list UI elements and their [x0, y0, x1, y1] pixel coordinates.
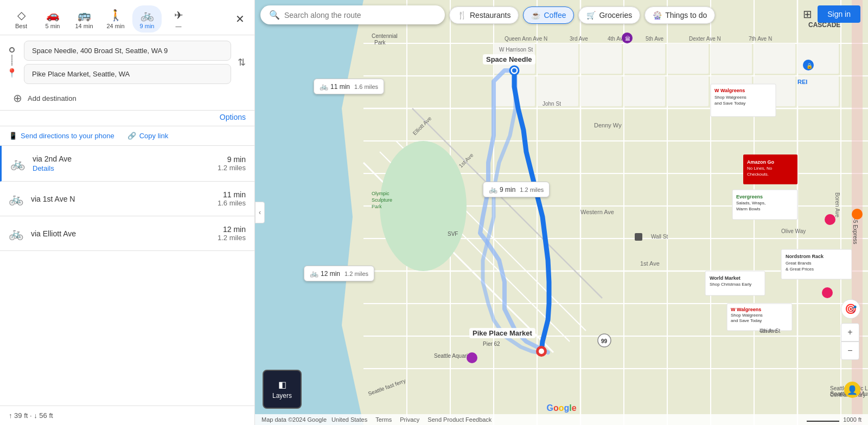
svg-text:🏛: 🏛 [625, 36, 630, 42]
svg-text:Park: Park [374, 40, 386, 46]
svg-rect-41 [667, 76, 709, 106]
route-via-3: via Elliott Ave [31, 229, 210, 238]
svg-text:I-5 Express: I-5 Express [852, 217, 858, 244]
privacy-link[interactable]: Privacy [400, 416, 419, 423]
map-right-controls: 🎯 + − [841, 299, 860, 360]
send-directions-button[interactable]: 📱 Send directions to your phone [9, 132, 114, 140]
route-label-bike-icon-1: 🚲 [489, 185, 497, 194]
svg-text:& Great Prices: & Great Prices [786, 267, 814, 272]
terms-link[interactable]: Terms [375, 416, 392, 423]
svg-text:Sculpture: Sculpture [372, 197, 392, 203]
search-bar[interactable]: 🔍 [260, 5, 445, 24]
transport-bike-label: 9 min [140, 23, 155, 29]
add-destination-label: Add destination [28, 94, 76, 102]
groceries-label: Groceries [599, 11, 632, 20]
svg-text:REI: REI [797, 79, 807, 85]
feedback-link[interactable]: Send Product Feedback [427, 416, 492, 423]
transport-car-label: 5 min [46, 23, 60, 29]
send-directions-icon: 📱 [9, 132, 17, 140]
pike-place-map-label: Pike Place Market [469, 328, 535, 338]
svg-text:Centennial: Centennial [372, 33, 398, 39]
my-location-button[interactable]: 🎯 [841, 299, 860, 319]
share-row: 📱 Send directions to your phone 🔗 Copy l… [0, 126, 254, 146]
svg-text:and Save Today: and Save Today [731, 318, 762, 323]
svg-rect-39 [580, 76, 622, 106]
search-along-route-input[interactable] [284, 11, 436, 20]
sign-in-button[interactable]: Sign in [818, 5, 860, 23]
flight-icon: ✈ [174, 9, 183, 22]
destination-input[interactable] [24, 64, 231, 84]
close-button[interactable]: ✕ [232, 9, 248, 29]
destination-pin-icon: 📍 [7, 68, 17, 78]
svg-rect-31 [580, 43, 622, 74]
map-area: Queen Ann Ave N 3rd Ave 4th Ave 5th Ave … [255, 0, 868, 425]
coffee-label: Coffee [544, 11, 566, 20]
svg-rect-40 [624, 76, 665, 106]
route-item-3[interactable]: 🚲 via Elliott Ave 12 min 1.2 miles [0, 216, 254, 251]
route-time-col-3: 12 min 1.2 miles [218, 225, 246, 242]
groceries-filter-button[interactable]: 🛒 Groceries [578, 7, 640, 24]
transport-flight[interactable]: ✈ — [164, 5, 193, 33]
bike-route-icon-1: 🚲 [10, 157, 25, 171]
restaurants-filter-button[interactable]: 🍴 Restaurants [449, 7, 519, 24]
map-top-right-controls: ⊞ Sign in [803, 5, 860, 23]
svg-text:Boren Ave: Boren Ave [834, 192, 840, 217]
route-label-12min[interactable]: 🚲 12 min 1.2 miles [304, 266, 374, 281]
space-needle-map-label: Space Needle [483, 54, 535, 65]
route-label-11min[interactable]: 🚲 11 min 1.6 miles [314, 79, 384, 94]
copy-link-button[interactable]: 🔗 Copy link [127, 132, 168, 140]
transport-bike[interactable]: 🚲 9 min [132, 5, 162, 33]
elevation-row: ↑ 39 ft · ↓ 56 ft [0, 405, 254, 425]
svg-text:99: 99 [601, 338, 608, 344]
options-button[interactable]: Options [220, 113, 246, 121]
svg-text:Wall St: Wall St [651, 234, 668, 240]
route-label-bike-icon-3: 🚲 [310, 269, 318, 278]
route-item-1[interactable]: 🚲 via 2nd Ave Details 9 min 1.2 miles [0, 146, 254, 182]
zoom-in-button[interactable]: + [841, 323, 859, 342]
svg-text:Park: Park [372, 204, 382, 209]
add-destination[interactable]: ⊕ Add destination [0, 89, 254, 110]
united-states-link[interactable]: United States [331, 416, 367, 423]
origin-dot [9, 47, 15, 53]
route-info-3: via Elliott Ave [31, 229, 210, 238]
transport-transit[interactable]: 🚌 14 min [69, 5, 99, 33]
route-time-3: 12 min [218, 225, 246, 234]
map-data-text: Map data ©2024 Google United States Term… [261, 416, 495, 423]
coffee-filter-button[interactable]: ☕ Coffee [523, 7, 574, 24]
svg-text:Pier 62: Pier 62 [483, 341, 500, 347]
transport-best[interactable]: ◇ Best [7, 5, 36, 33]
route-label-9min[interactable]: 🚲 9 min 1.2 miles [483, 182, 550, 197]
svg-text:Denny Wy: Denny Wy [594, 122, 622, 128]
route-item-2[interactable]: 🚲 via 1st Ave N 11 min 1.6 miles [0, 182, 254, 216]
collapse-panel-button[interactable]: ‹ [255, 202, 265, 223]
left-panel: ◇ Best 🚗 5 min 🚌 14 min 🚶 24 min 🚲 9 min… [0, 0, 255, 425]
zoom-out-button[interactable]: − [841, 342, 859, 360]
layers-button[interactable]: ◧ Layers [263, 370, 302, 409]
bike-icon: 🚲 [141, 9, 154, 22]
coffee-icon: ☕ [531, 11, 540, 20]
route-label-time-3: 12 min [321, 270, 340, 278]
street-view-pegman-button[interactable]: 👤 [844, 382, 860, 398]
apps-grid-button[interactable]: ⊞ [803, 8, 812, 21]
route-time-col-2: 11 min 1.6 miles [218, 190, 246, 207]
svg-text:4th Ave: 4th Ave [760, 328, 778, 334]
route-time-col-1: 9 min 1.2 miles [218, 155, 246, 172]
transport-car[interactable]: 🚗 5 min [38, 5, 67, 33]
svg-text:Dexter Ave N: Dexter Ave N [689, 36, 721, 42]
things-to-do-filter-button[interactable]: 🎡 Things to do [644, 7, 715, 24]
swap-directions-button[interactable]: ⇅ [235, 54, 248, 70]
route-dot-line [11, 55, 12, 66]
route-label-dist-3: 1.2 miles [344, 271, 368, 277]
origin-input[interactable] [24, 41, 231, 61]
scale-bar [807, 421, 839, 422]
bike-route-icon-2: 🚲 [9, 192, 23, 206]
transport-best-label: Best [15, 23, 27, 29]
route-dist-2: 1.6 miles [218, 199, 246, 207]
transport-walk[interactable]: 🚶 24 min [101, 5, 130, 33]
restaurants-label: Restaurants [470, 11, 510, 20]
svg-point-48 [539, 349, 544, 354]
svg-point-113 [822, 287, 833, 298]
route-details-link-1[interactable]: Details [33, 164, 210, 172]
svg-point-28 [380, 141, 467, 271]
svg-rect-36 [797, 43, 839, 74]
